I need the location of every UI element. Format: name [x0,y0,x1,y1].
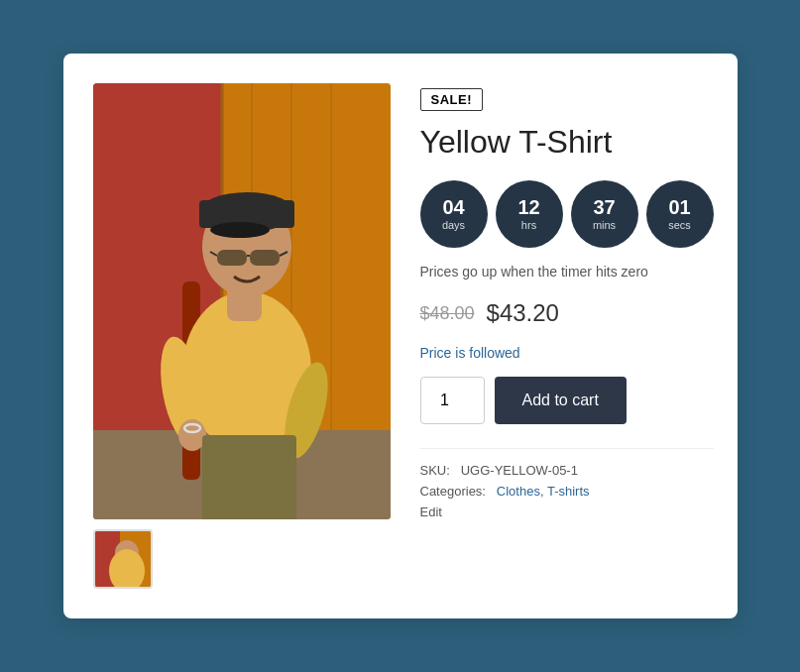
countdown-secs: 01 secs [646,180,714,248]
price-followed-label: Price is followed [420,345,714,361]
countdown-mins: 37 mins [571,180,638,248]
countdown-hrs: 12 hrs [496,180,563,248]
countdown-row: 04 days 12 hrs 37 mins 01 secs [420,180,714,248]
categories-label: Categories: [420,484,486,499]
category-tshirts-link[interactable]: T-shirts [547,484,590,499]
svg-point-15 [210,222,270,238]
price-row: $48.00 $43.20 [420,299,714,327]
countdown-hrs-label: hrs [521,219,536,231]
thumbnail-1[interactable] [93,529,153,589]
timer-note: Prices go up when the timer hits zero [420,264,714,280]
countdown-mins-value: 37 [593,197,615,217]
sale-badge: SALE! [420,88,484,111]
product-card: SALE! Yellow T-Shirt 04 days 12 hrs 37 m… [63,54,738,618]
countdown-secs-label: secs [668,219,691,231]
info-section: SALE! Yellow T-Shirt 04 days 12 hrs 37 m… [420,83,714,589]
image-section [93,83,391,589]
svg-rect-16 [217,250,247,266]
categories-row: Categories: Clothes, T-shirts [420,484,714,499]
sku-row: SKU: UGG-YELLOW-05-1 [420,463,714,478]
product-image-svg [93,83,391,519]
product-title: Yellow T-Shirt [420,123,714,161]
price-current: $43.20 [487,299,559,327]
countdown-days-value: 04 [442,197,464,217]
countdown-secs-value: 01 [668,197,690,217]
countdown-mins-label: mins [593,219,616,231]
sku-value: UGG-YELLOW-05-1 [461,463,578,478]
add-to-cart-button[interactable]: Add to cart [495,377,627,424]
countdown-days: 04 days [420,180,488,248]
divider [420,448,714,449]
countdown-hrs-value: 12 [517,197,539,217]
svg-rect-17 [250,250,280,266]
price-original: $48.00 [420,303,475,324]
thumbnail-row [93,529,391,589]
category-clothes-link[interactable]: Clothes [497,484,540,499]
sku-label: SKU: [420,463,450,478]
add-to-cart-row: Add to cart [420,377,714,424]
quantity-input[interactable] [420,377,485,424]
main-product-image [93,83,391,519]
countdown-days-label: days [442,219,465,231]
edit-link[interactable]: Edit [420,504,714,519]
svg-rect-23 [202,435,296,519]
